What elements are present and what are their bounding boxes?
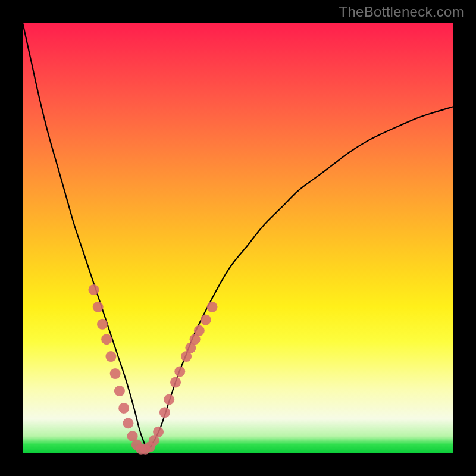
plot-area xyxy=(23,23,453,453)
data-point xyxy=(153,427,164,437)
chart-frame: TheBottleneck.com xyxy=(0,0,476,476)
data-point xyxy=(97,319,108,330)
data-point xyxy=(164,394,174,405)
data-point xyxy=(207,302,218,312)
data-point xyxy=(93,302,104,312)
data-point xyxy=(194,325,205,336)
data-point xyxy=(105,351,116,362)
data-point xyxy=(118,403,129,414)
data-point xyxy=(201,315,211,325)
highlighted-points xyxy=(88,284,217,455)
data-point xyxy=(174,366,185,377)
data-point xyxy=(114,386,125,396)
data-point xyxy=(170,377,181,388)
data-point xyxy=(123,418,133,428)
watermark-text: TheBottleneck.com xyxy=(339,4,464,20)
data-point xyxy=(88,284,99,295)
chart-svg xyxy=(23,23,453,453)
bottleneck-curve xyxy=(23,23,453,449)
data-point xyxy=(110,368,121,379)
data-point xyxy=(159,407,170,418)
data-point xyxy=(101,334,112,345)
